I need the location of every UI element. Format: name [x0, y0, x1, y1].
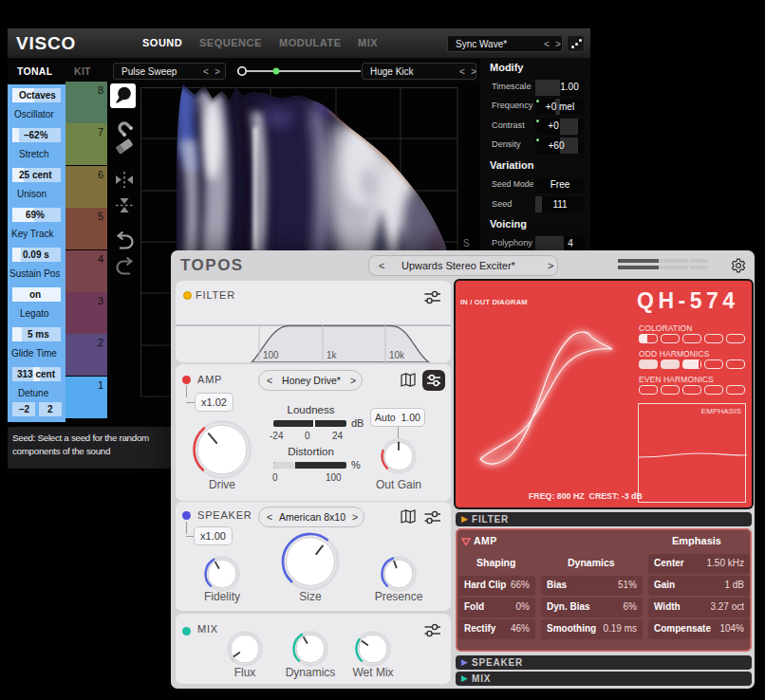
svg-text:1k: 1k [327, 350, 338, 360]
svg-text:10k: 10k [389, 350, 405, 360]
svg-text:S: S [463, 238, 470, 249]
svg-text:100: 100 [263, 350, 279, 360]
